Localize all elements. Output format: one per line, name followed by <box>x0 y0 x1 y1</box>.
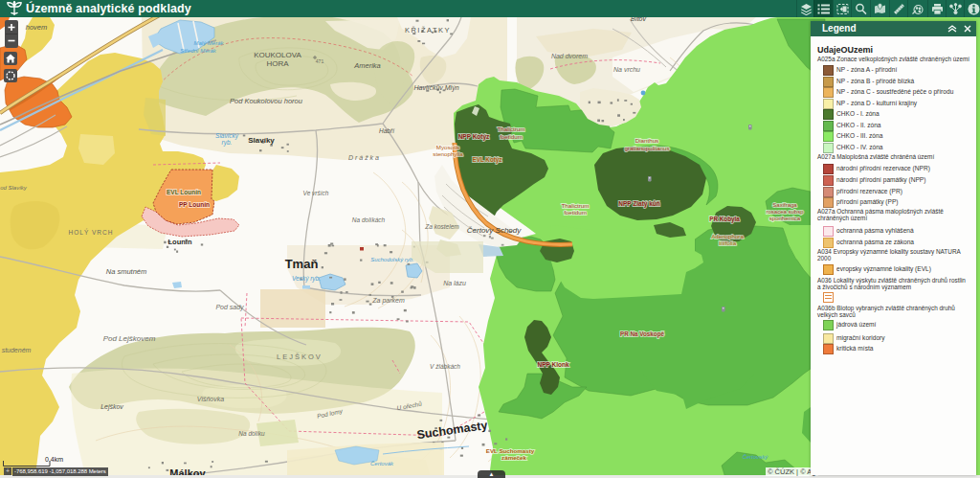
svg-text:KOUKOLOVA: KOUKOLOVA <box>254 51 301 59</box>
svg-text:LEJŠKOV: LEJŠKOV <box>277 353 323 361</box>
svg-text:Havlíčkův Mlýn: Havlíčkův Mlýn <box>413 84 458 92</box>
svg-text:ryb.: ryb. <box>222 139 233 147</box>
svg-text:Saxifraga: Saxifraga <box>772 202 797 208</box>
svg-text:Myosotis: Myosotis <box>436 144 459 150</box>
svg-text:471: 471 <box>316 58 324 64</box>
svg-text:Ve vrších: Ve vrších <box>303 190 329 196</box>
svg-text:HOLÝ VRCH: HOLÝ VRCH <box>69 228 114 236</box>
svg-text:Čertovy Schody: Čertovy Schody <box>467 226 522 235</box>
svg-text:sponhemica: sponhemica <box>769 216 801 221</box>
svg-text:gratianopolitanus: gratianopolitanus <box>624 145 669 151</box>
svg-text:EVL Suchomasty: EVL Suchomasty <box>486 447 535 454</box>
svg-text:stenophylla: stenophylla <box>433 150 463 157</box>
svg-text:Lejškov: Lejškov <box>100 403 123 411</box>
svg-text:Amerika: Amerika <box>353 61 381 70</box>
svg-text:Střední Měrák: Střední Měrák <box>180 48 217 54</box>
svg-text:Čertovák: Čertovák <box>370 461 394 467</box>
svg-text:Suchodolský ryb.: Suchodolský ryb. <box>370 257 414 262</box>
svg-text:foetidum: foetidum <box>500 133 523 140</box>
svg-text:Thalictrum: Thalictrum <box>562 202 590 209</box>
svg-text:PP Lounín: PP Lounín <box>179 201 210 208</box>
svg-text:Slavíky: Slavíky <box>248 136 275 145</box>
svg-text:EVL Kotýz: EVL Kotýz <box>472 156 501 164</box>
svg-text:NPP Klonk: NPP Klonk <box>537 361 568 368</box>
svg-text:liliifolia: liliifolia <box>719 239 737 246</box>
svg-text:HORA: HORA <box>266 59 289 68</box>
svg-text:Za kostelem: Za kostelem <box>424 223 459 230</box>
svg-text:Nad dvorem: Nad dvorem <box>551 53 588 59</box>
svg-text:PR Na Voskopě: PR Na Voskopě <box>620 330 665 338</box>
svg-text:od Slavíky: od Slavíky <box>0 185 28 191</box>
svg-text:Na vrchu: Na vrchu <box>613 66 640 73</box>
svg-text:hovem: hovem <box>26 23 48 32</box>
svg-text:PR Kobyla: PR Kobyla <box>709 216 740 223</box>
svg-text:Za parkem: Za parkem <box>371 297 405 305</box>
svg-text:Na dolíku: Na dolíku <box>238 430 265 437</box>
svg-text:Na dolíkách: Na dolíkách <box>352 216 386 223</box>
svg-text:Pod sady: Pod sady <box>215 304 244 311</box>
svg-text:Pod Lejškovem: Pod Lejškovem <box>103 334 156 343</box>
svg-text:Adenophora: Adenophora <box>711 233 744 239</box>
svg-text:Dianthus: Dianthus <box>635 137 658 144</box>
svg-text:studeném: studeném <box>2 347 32 353</box>
svg-text:Na smutném: Na smutném <box>106 267 147 276</box>
svg-text:V žlábkách: V žlábkách <box>430 363 460 370</box>
svg-text:foetidum: foetidum <box>564 209 587 216</box>
svg-text:KŘIŽATKY: KŘIŽATKY <box>405 26 451 34</box>
svg-text:Višňovka: Višňovka <box>197 396 224 402</box>
svg-text:Tmaň: Tmaň <box>285 257 319 271</box>
svg-text:zámeček: zámeček <box>501 454 526 461</box>
svg-text:Malý Měrák: Malý Měrák <box>193 40 224 46</box>
svg-text:Veský ryb.: Veský ryb. <box>292 275 321 283</box>
svg-text:EVL Lounín: EVL Lounín <box>167 189 201 195</box>
svg-text:Na lázu: Na lázu <box>443 280 466 286</box>
svg-text:Habří: Habří <box>379 127 395 134</box>
svg-text:Thalictrum: Thalictrum <box>498 125 525 132</box>
svg-text:Lounín: Lounín <box>168 238 192 246</box>
svg-text:NPP Kotýz: NPP Kotýz <box>458 133 490 141</box>
svg-text:Pod Koukolovou horou: Pod Koukolovou horou <box>230 97 303 105</box>
svg-text:Čertovský: Čertovský <box>743 454 769 460</box>
svg-text:rosacea subsp: rosacea subsp <box>766 209 804 215</box>
svg-text:NPP Zlatý kůň: NPP Zlatý kůň <box>618 200 660 208</box>
svg-text:D r á ž k a: D r á ž k a <box>348 154 379 161</box>
svg-text:Bítov: Bítov <box>631 17 646 22</box>
